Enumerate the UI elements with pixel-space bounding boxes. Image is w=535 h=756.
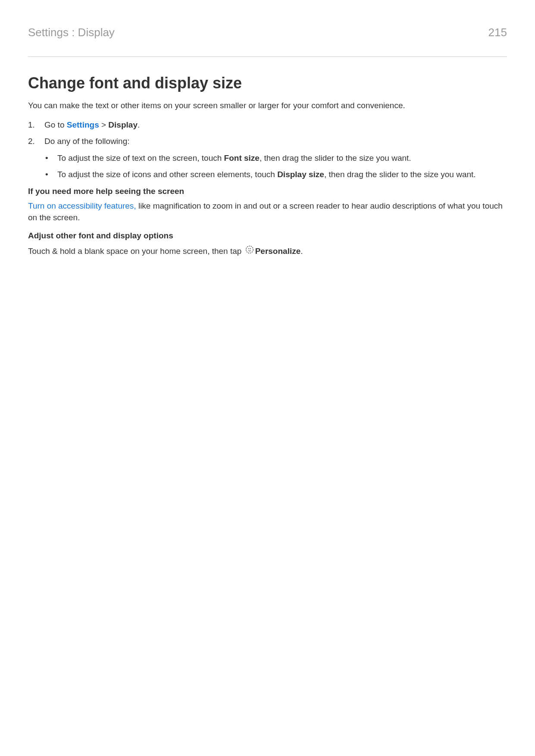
- personalize-icon: [245, 245, 254, 258]
- font-size-bold: Font size: [224, 153, 260, 162]
- personalize-bold: Personalize: [255, 247, 301, 256]
- svg-point-0: [246, 246, 253, 253]
- help-heading: If you need more help seeing the screen: [28, 187, 507, 196]
- step-1-sep: >: [99, 120, 109, 129]
- bullet-2: To adjust the size of icons and other sc…: [44, 169, 507, 181]
- page-title: Change font and display size: [28, 74, 507, 92]
- adjust-heading: Adjust other font and display options: [28, 231, 507, 241]
- settings-link[interactable]: Settings: [67, 120, 99, 129]
- adjust-body: Touch & hold a blank space on your home …: [28, 245, 507, 259]
- step-1-prefix: Go to: [44, 120, 67, 129]
- step-1: Go to Settings > Display.: [28, 119, 507, 131]
- bullet-1-prefix: To adjust the size of text on the screen…: [57, 153, 224, 162]
- help-body: Turn on accessibility features, like mag…: [28, 200, 507, 223]
- svg-point-1: [248, 248, 249, 249]
- accessibility-link[interactable]: Turn on accessibility features,: [28, 201, 136, 210]
- steps-list: Go to Settings > Display. Do any of the …: [28, 119, 507, 181]
- bullet-1: To adjust the size of text on the screen…: [44, 153, 507, 164]
- step-1-suffix: .: [138, 120, 140, 129]
- adjust-prefix: Touch & hold a blank space on your home …: [28, 247, 244, 256]
- bullet-list: To adjust the size of text on the screen…: [44, 153, 507, 181]
- svg-point-2: [250, 248, 250, 249]
- bullet-1-suffix: , then drag the slider to the size you w…: [260, 153, 411, 162]
- intro-text: You can make the text or other items on …: [28, 100, 507, 112]
- adjust-suffix: .: [300, 247, 303, 256]
- step-2-text: Do any of the following:: [44, 137, 130, 146]
- page-number: 215: [488, 26, 507, 39]
- bullet-2-suffix: , then drag the slider to the size you w…: [324, 170, 476, 179]
- breadcrumb: Settings : Display: [28, 26, 115, 39]
- display-size-bold: Display size: [277, 170, 324, 179]
- display-bold: Display: [108, 120, 138, 129]
- step-2: Do any of the following: To adjust the s…: [28, 136, 507, 181]
- page-header: Settings : Display 215: [28, 26, 507, 57]
- bullet-2-prefix: To adjust the size of icons and other sc…: [57, 170, 277, 179]
